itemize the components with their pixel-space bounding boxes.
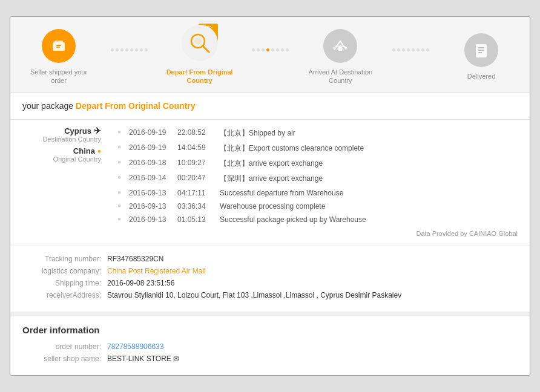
table-row: ● 2016-09-14 00:20:47 【深圳】arrive export … bbox=[113, 171, 518, 186]
step-seller-shipped: Seller shipped your order bbox=[22, 28, 95, 85]
delivered-icon bbox=[464, 33, 498, 67]
step2-icon-wrap: One-stopTrading bbox=[182, 28, 218, 64]
svg-rect-2 bbox=[56, 45, 61, 46]
svg-line-6 bbox=[203, 46, 209, 52]
svg-rect-8 bbox=[476, 44, 487, 57]
row-dot: ● bbox=[113, 141, 125, 156]
dots-3 bbox=[377, 48, 445, 65]
event-time: 00:20:47 bbox=[174, 171, 216, 186]
order-section: Order information order number: 78278588… bbox=[10, 316, 530, 375]
order-number-row: order number: 78278588906633 bbox=[22, 342, 518, 351]
svg-rect-3 bbox=[56, 47, 60, 48]
step-depart-country: One-stopTrading Depart From Original Cou… bbox=[163, 28, 236, 85]
receiver-label: receiverAddress: bbox=[22, 291, 107, 299]
row-dot: ● bbox=[113, 186, 125, 200]
step1-icon-wrap bbox=[41, 28, 77, 64]
event-description: Warehouse processing complete bbox=[216, 200, 518, 213]
seller-shop-row: seller shop name: BEST-LINK STORE ✉ bbox=[22, 354, 518, 363]
event-time: 22:08:52 bbox=[174, 126, 216, 141]
original-country-label: Original Country bbox=[53, 155, 101, 163]
origin-dot: ● bbox=[97, 148, 101, 154]
table-row: ● 2016-09-19 14:04:59 【北京】Export customs… bbox=[113, 141, 518, 156]
table-row: ● 2016-09-19 22:08:52 【北京】Shipped by air bbox=[113, 126, 518, 141]
event-time: 04:17:11 bbox=[174, 186, 216, 200]
row-dot: ● bbox=[113, 171, 125, 186]
table-row: ● 2016-09-13 04:17:11 Successful departu… bbox=[113, 186, 518, 200]
table-row: ● 2016-09-13 01:05:13 Successful package… bbox=[113, 213, 518, 226]
shipping-time-value: 2016-09-08 23:51:56 bbox=[107, 279, 174, 287]
tracking-number-row: Tracking number: RF347685329CN bbox=[22, 255, 518, 263]
destination-left: Cyprus ✈ Destination Country China ● Ori… bbox=[22, 126, 101, 163]
event-time: 10:09:27 bbox=[174, 156, 216, 171]
progress-section: Seller shipped your order One-stopTradin… bbox=[10, 17, 530, 93]
svg-point-5 bbox=[194, 38, 202, 45]
event-description: 【北京】Shipped by air bbox=[216, 126, 518, 141]
row-dot: ● bbox=[113, 126, 125, 141]
row-dot: ● bbox=[113, 213, 125, 226]
step-delivered: Delivered bbox=[445, 32, 518, 80]
table-row: ● 2016-09-18 10:09:27 【北京】arrive export … bbox=[113, 156, 518, 171]
logistics-row: logistics company: China Post Registered… bbox=[22, 267, 518, 275]
seller-shop-label: seller shop name: bbox=[22, 354, 107, 363]
depart-icon-bg bbox=[182, 25, 218, 61]
destination-country-value: Cyprus ✈ bbox=[64, 126, 101, 136]
seller-shop-value: BEST-LINK STORE ✉ bbox=[107, 354, 179, 363]
plane-icon: ✈ bbox=[94, 126, 101, 136]
package-prefix: your package bbox=[22, 101, 73, 111]
event-time: 03:36:34 bbox=[174, 200, 216, 213]
svg-rect-7 bbox=[338, 47, 342, 51]
table-row: ● 2016-09-13 03:36:34 Warehouse processi… bbox=[113, 200, 518, 213]
progress-steps: Seller shipped your order One-stopTradin… bbox=[22, 28, 518, 85]
event-description: 【深圳】arrive export exchange bbox=[216, 171, 518, 186]
row-dot: ● bbox=[113, 200, 125, 213]
tracking-table: ● 2016-09-19 22:08:52 【北京】Shipped by air… bbox=[113, 126, 518, 226]
dots-1 bbox=[95, 48, 163, 65]
tracking-number-value: RF347685329CN bbox=[107, 255, 163, 263]
seller-shipped-icon bbox=[42, 29, 76, 63]
svg-rect-1 bbox=[54, 41, 63, 44]
step3-icon-wrap bbox=[322, 28, 358, 64]
receiver-row: receiverAddress: Stavrou Stylianidi 10, … bbox=[22, 291, 518, 299]
event-time: 01:05:13 bbox=[174, 213, 216, 226]
event-time: 14:04:59 bbox=[174, 141, 216, 156]
destination-row: Cyprus ✈ Destination Country China ● Ori… bbox=[22, 126, 518, 226]
step-arrived: Arrived At Destination Country bbox=[304, 28, 377, 85]
logistics-label: logistics company: bbox=[22, 267, 107, 275]
receiver-address-value: Stavrou Stylianidi 10, Loizou Court, Fla… bbox=[107, 291, 401, 299]
event-date: 2016-09-19 bbox=[125, 126, 174, 141]
event-description: Successful package picked up by Warehous… bbox=[216, 213, 518, 226]
event-date: 2016-09-13 bbox=[125, 213, 174, 226]
tracking-events-container: ● 2016-09-19 22:08:52 【北京】Shipped by air… bbox=[113, 126, 518, 226]
event-date: 2016-09-19 bbox=[125, 141, 174, 156]
tracking-section: Cyprus ✈ Destination Country China ● Ori… bbox=[10, 120, 530, 246]
step2-label: Depart From Original Country bbox=[163, 68, 236, 85]
package-status: Depart From Original Country bbox=[76, 101, 196, 111]
step3-label: Arrived At Destination Country bbox=[304, 68, 377, 85]
step4-icon-wrap bbox=[463, 32, 499, 68]
section-divider bbox=[10, 312, 530, 316]
event-description: 【北京】arrive export exchange bbox=[216, 156, 518, 171]
shipping-time-label: Shipping time: bbox=[22, 279, 107, 287]
row-dot: ● bbox=[113, 156, 125, 171]
package-header: your package Depart From Original Countr… bbox=[10, 93, 530, 120]
order-number-value[interactable]: 78278588906633 bbox=[107, 342, 163, 351]
data-provided: Data Provided by CAINIAO Global bbox=[22, 226, 518, 240]
shipment-info-section: Tracking number: RF347685329CN logistics… bbox=[10, 246, 530, 312]
destination-country-label: Destination Country bbox=[42, 136, 101, 143]
depart-badge: One-stopTrading bbox=[182, 25, 218, 67]
event-date: 2016-09-13 bbox=[125, 186, 174, 200]
arrived-icon bbox=[323, 29, 357, 63]
shipping-time-row: Shipping time: 2016-09-08 23:51:56 bbox=[22, 279, 518, 287]
step1-label: Seller shipped your order bbox=[22, 68, 95, 85]
dots-2 bbox=[236, 48, 305, 65]
tracking-number-label: Tracking number: bbox=[22, 255, 107, 263]
logistics-value[interactable]: China Post Registered Air Mail bbox=[107, 267, 206, 275]
event-date: 2016-09-18 bbox=[125, 156, 174, 171]
event-description: Successful departure from Warehouse bbox=[216, 186, 518, 200]
event-date: 2016-09-13 bbox=[125, 200, 174, 213]
step4-label: Delivered bbox=[467, 72, 495, 80]
order-number-label: order number: bbox=[22, 342, 107, 351]
original-country-value: China bbox=[73, 146, 95, 155]
event-date: 2016-09-14 bbox=[125, 171, 174, 186]
event-description: 【北京】Export customs clearance complete bbox=[216, 141, 518, 156]
